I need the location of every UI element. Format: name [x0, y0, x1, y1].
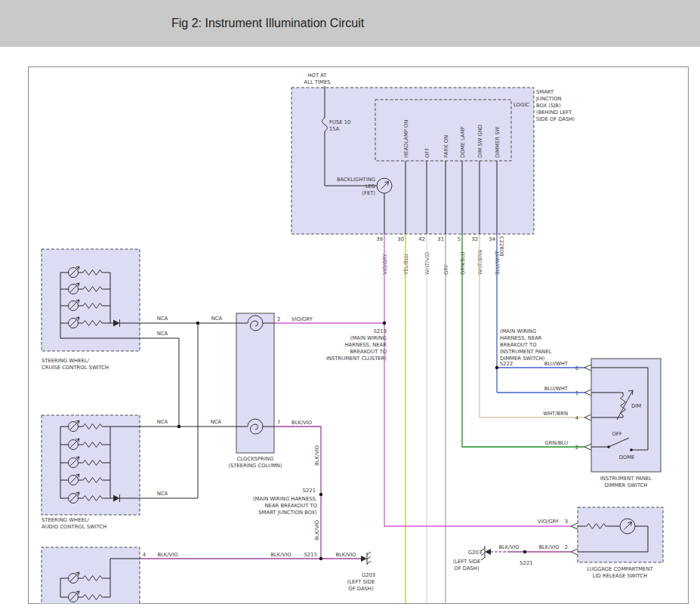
fuse-label: FUSE 10 — [329, 119, 350, 125]
audio-label-line: STEERING WHEEL/ — [42, 517, 90, 523]
wire-color-label: BLU/WHT — [544, 361, 569, 367]
ground-g203-right: G203 (LEFT SIDE OF DASH) BLK/VIO S221 — [453, 544, 533, 571]
terminal-arrow-icon — [571, 523, 578, 529]
pin-number: 1 — [575, 390, 578, 396]
cruise-box — [42, 249, 140, 351]
terminal-arrow-icon — [584, 365, 591, 371]
sjb-name-line: BOX (SJB) — [536, 103, 561, 109]
splice-dot — [523, 550, 526, 553]
wire-vio-gry — [274, 234, 571, 526]
splice-s222: (MAIN WIRING HARNESS, NEAR BREAKOUT TO I… — [495, 328, 552, 369]
s213-note-line: BREAKOUT TO — [350, 349, 387, 355]
wire-color-label: BLK/VIO — [270, 552, 291, 558]
wire-color-label: BLK/VIO — [538, 544, 559, 550]
pin-number: 2 — [575, 445, 578, 451]
smart-junction-box: LOGIC SMART JUNCTION BOX (SJB) (BEHIND L… — [291, 72, 575, 276]
logic-pin-label: HEADLAMP ON — [403, 120, 409, 158]
lower-box — [42, 547, 140, 604]
ground-note-line: (LEFT SIDE — [347, 579, 375, 585]
wiring-diagram: LOGIC SMART JUNCTION BOX (SJB) (BEHIND L… — [0, 0, 700, 616]
lower-switch-box — [42, 547, 140, 604]
dimmer-label-line: DIMMER SWITCH — [605, 482, 648, 488]
splice-dot — [177, 425, 180, 428]
terminal-arrow-icon — [584, 444, 591, 450]
nca-label: NCA — [157, 316, 168, 322]
sjb-pin-number: 39 — [376, 236, 383, 242]
luggage-lid-release-switch: VIO/GRY 3 BLK/VIO 2 LUGGAGE COMPARTMENT … — [538, 507, 663, 579]
clockspring-wire-label: VIO/GRY — [291, 316, 313, 322]
s221-note-line: NEAR BREAKOUT TO — [265, 503, 317, 509]
wire-color-label: BLK/VIO — [498, 544, 519, 550]
s221-label: S221 — [520, 560, 532, 566]
sjb-pin-number: 34 — [489, 236, 495, 242]
blkvio-vertical-label: BLK/VIO — [314, 520, 320, 541]
s222-label: S222 — [500, 361, 513, 367]
sjb-pin-number: 32 — [471, 236, 478, 242]
s221-note-line: (MAIN WIRING HARNESS, — [253, 496, 317, 502]
clockspring-label-line: CLOCKSPRING — [237, 456, 273, 462]
s213-note-line: INSTRUMENT CLUSTER) — [326, 356, 387, 362]
sjb-name-line: SIDE OF DASH) — [536, 116, 575, 122]
s222-note-line: (MAIN WIRING — [500, 328, 536, 334]
logic-pin-label: DOME LAMP — [460, 127, 466, 158]
sjb-name-line: (BEHIND LEFT — [536, 109, 572, 116]
sjb-pin-number: 30 — [397, 236, 404, 242]
nca-interconnect: NCA NCA NCA NCA NCA NCA — [140, 316, 236, 498]
led-label: LED — [365, 183, 375, 189]
contact-dot — [607, 445, 610, 448]
clockspring: 2 VIO/GRY 7 BLK/VIO CLOCKSPRING (STEERIN… — [228, 313, 313, 469]
audio-control-switch: STEERING WHEEL/ AUDIO CONTROL SWITCH — [42, 415, 140, 530]
ground-note-line: OF DASH) — [454, 565, 480, 571]
splice-dot — [196, 322, 199, 325]
clockspring-label-line: (STEERING COLUMN) — [228, 463, 282, 469]
luggage-box — [578, 507, 663, 562]
ground-note-line: (LEFT SIDE — [453, 559, 481, 565]
sjb-name-line: JUNCTION — [535, 96, 561, 102]
ground-label: G203 — [362, 572, 375, 578]
pin-number: 2 — [565, 544, 568, 550]
sjb-pin-number: 42 — [418, 236, 425, 242]
pin-number: 4 — [143, 552, 146, 558]
sjb-pin-number: 5 — [458, 236, 461, 242]
wire-color-label: WHT/BRN — [543, 411, 568, 417]
blkvio-vertical-label: BLK/VIO — [314, 445, 320, 466]
wire-color-label: BLU/WHT — [544, 386, 569, 392]
all-times-label: ALL TIMES — [304, 79, 330, 85]
s213-note-line: HARNESS, NEAR — [344, 342, 387, 348]
clockspring-pin-number: 2 — [277, 316, 280, 322]
terminal-arrow-icon — [571, 549, 578, 555]
backlighting-label: BACKLIGHTING — [337, 177, 375, 183]
logic-pin-label: OFF — [424, 148, 430, 158]
nca-label: NCA — [211, 419, 222, 425]
bottom-ground-run: 4 BLK/VIO BLK/VIO S215 BLK/VIO G203 (LEF… — [143, 552, 375, 592]
splice-dot — [319, 493, 322, 496]
wire-blu-wht — [497, 234, 584, 393]
splice-dot — [319, 557, 322, 560]
luggage-label-line: LID RELEASE SWITCH — [593, 573, 647, 579]
figure-page: Fig 2: Instrument Illumination Circuit L… — [0, 0, 700, 616]
nca-label: NCA — [157, 419, 168, 425]
wire-color-label: BLK/VIO — [157, 552, 177, 558]
audio-label-line: AUDIO CONTROL SWITCH — [42, 524, 106, 530]
splice-s213: S213 (MAIN WIRING HARNESS, NEAR BREAKOUT… — [326, 322, 387, 362]
s215-label: S215 — [304, 552, 317, 558]
luggage-label-line: LUGGAGE COMPARTMENT — [587, 566, 653, 572]
ground-note-line: OF DASH) — [348, 586, 374, 592]
pin-number: 6 — [575, 365, 578, 371]
nca-label: NCA — [157, 331, 168, 337]
fuse-amp-label: 15A — [329, 126, 340, 132]
logic-label: LOGIC — [513, 102, 529, 108]
wire-color-label: BLK/VIO — [335, 552, 356, 558]
audio-box — [42, 415, 140, 515]
s213-note-line: (MAIN WIRING — [350, 335, 387, 341]
cruise-label-line: STEERING WHEEL/ — [42, 358, 90, 364]
wire-color-label: GRN/BLU — [545, 440, 568, 446]
terminal-arrow-icon — [584, 414, 591, 420]
s222-note-line: HARNESS, NEAR — [500, 335, 542, 341]
splice-dot — [495, 366, 498, 369]
nca-wires — [140, 323, 236, 498]
dome-label: DOME — [619, 454, 635, 460]
s222-note-line: INSTRUMENT PANEL — [500, 349, 552, 355]
logic-pin-label: DIM SW GND — [477, 125, 483, 158]
s213-label: S213 — [374, 328, 387, 334]
